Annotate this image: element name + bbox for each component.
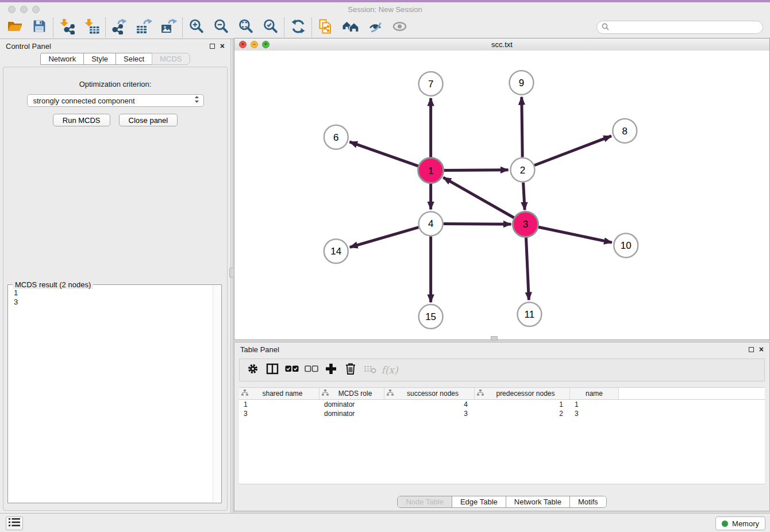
close-table-panel-icon[interactable]: ×	[759, 346, 764, 352]
export-network-button[interactable]	[107, 17, 132, 38]
graph-edge-1-6[interactable]	[349, 142, 419, 166]
close-panel-button[interactable]: Close panel	[119, 114, 178, 126]
deselect-all-button[interactable]	[303, 361, 320, 379]
criterion-dropdown[interactable]: strongly connected component	[27, 94, 204, 107]
graph-edge-1-2[interactable]	[444, 170, 509, 171]
graph-edge-3-1[interactable]	[443, 178, 514, 218]
tab-node-table[interactable]: Node Table	[398, 496, 452, 507]
maximize-view-icon[interactable]: +	[262, 41, 270, 48]
column-header-predecessor-nodes[interactable]: predecessor nodes	[475, 388, 570, 399]
task-history-button[interactable]	[6, 516, 23, 530]
graph-edge-4-14[interactable]	[350, 228, 419, 248]
zoom-fit-button[interactable]	[233, 17, 258, 38]
graph-edge-2-9[interactable]	[522, 97, 522, 157]
delete-column-icon	[364, 364, 376, 376]
column-header-name[interactable]: name	[570, 388, 619, 399]
export-table-button[interactable]	[132, 17, 156, 38]
zoom-fit-icon	[238, 18, 253, 36]
graph-edge-3-10[interactable]	[538, 227, 612, 242]
result-scrollbar[interactable]	[213, 286, 221, 502]
graph-node-9[interactable]: 9	[509, 71, 533, 95]
tab-network[interactable]: Network	[40, 53, 84, 65]
mcds-result-line: 1	[14, 288, 215, 298]
table-settings-button[interactable]	[244, 361, 261, 379]
select-all-button[interactable]	[283, 361, 301, 379]
open-file-button[interactable]	[2, 17, 27, 38]
memory-status-icon	[722, 521, 728, 527]
sort-icon	[241, 390, 248, 398]
apply-layout-button[interactable]	[286, 17, 310, 38]
search-input[interactable]	[612, 22, 758, 32]
cytoscape-window: { "colors": { "selected_node": "#f2146e"…	[0, 0, 770, 532]
status-bar: Memory	[0, 513, 770, 532]
plus-icon	[325, 363, 337, 377]
zoom-out-icon	[213, 18, 229, 36]
save-session-button[interactable]	[27, 17, 52, 38]
import-table-icon	[84, 18, 100, 37]
graph-node-10[interactable]: 10	[614, 233, 638, 257]
tab-style[interactable]: Style	[83, 53, 116, 65]
tab-network-table[interactable]: Network Table	[506, 496, 569, 507]
graph-edge-2-8[interactable]	[534, 136, 611, 165]
tab-edge-table[interactable]: Edge Table	[452, 496, 506, 507]
float-table-panel-icon[interactable]	[749, 347, 754, 352]
table-row[interactable]: 3 dominator 3 2 3	[239, 409, 765, 418]
cell-successor-nodes: 4	[384, 400, 475, 408]
run-mcds-button[interactable]: Run MCDS	[53, 114, 110, 126]
delete-column-button[interactable]	[361, 361, 379, 379]
unchecked-boxes-icon	[305, 365, 318, 375]
hide-details-button[interactable]	[363, 17, 387, 38]
zoom-in-button[interactable]	[184, 17, 209, 38]
show-details-button[interactable]	[387, 17, 412, 38]
minimize-view-icon[interactable]: −	[251, 41, 258, 48]
function-builder-button[interactable]: f(x)	[381, 361, 398, 379]
graph-node-14[interactable]: 14	[324, 239, 348, 263]
open-session-button[interactable]	[313, 17, 338, 38]
zoom-out-button[interactable]	[209, 17, 233, 38]
table-row[interactable]: 1 dominator 4 1 1	[239, 400, 765, 409]
show-columns-button[interactable]	[264, 361, 281, 379]
column-header-mcds-role[interactable]: MCDS role	[319, 388, 384, 399]
home-button[interactable]	[338, 17, 363, 38]
export-image-button[interactable]	[156, 17, 181, 38]
tab-select[interactable]: Select	[116, 53, 152, 65]
zoom-in-icon	[188, 18, 204, 36]
import-table-button[interactable]	[79, 17, 104, 38]
import-network-button[interactable]	[55, 17, 79, 38]
svg-text:9: 9	[519, 78, 524, 88]
network-canvas[interactable]: 7968124314101511	[234, 51, 769, 340]
close-view-icon[interactable]: ×	[239, 41, 247, 48]
zoom-selected-icon	[263, 18, 278, 36]
graph-edge-2-3[interactable]	[523, 183, 525, 210]
graph-node-2[interactable]: 2	[510, 158, 534, 182]
graph-node-3[interactable]: 3	[513, 211, 538, 237]
tab-motifs[interactable]: Motifs	[569, 496, 606, 507]
column-header-shared-name[interactable]: shared name	[239, 388, 319, 399]
graph-node-4[interactable]: 4	[419, 211, 443, 236]
graph-edge-4-3[interactable]	[444, 224, 511, 225]
graph-node-11[interactable]: 11	[517, 302, 541, 326]
mcds-result-box: MCDS result (2 nodes) 1 3	[7, 284, 222, 503]
tab-mcds[interactable]: MCDS	[152, 53, 190, 65]
view-resize-handle[interactable]	[491, 336, 498, 341]
graph-node-7[interactable]: 7	[419, 72, 443, 96]
graph-node-15[interactable]: 15	[419, 304, 443, 329]
graph-node-8[interactable]: 8	[613, 119, 637, 143]
graph-edge-3-11[interactable]	[526, 237, 529, 300]
table-panel-header: Table Panel ×	[234, 342, 769, 356]
zoom-selected-button[interactable]	[258, 17, 283, 38]
graph-node-1[interactable]: 1	[418, 158, 444, 183]
close-panel-icon[interactable]: ×	[220, 43, 225, 49]
column-header-successor-nodes[interactable]: successor nodes	[384, 388, 475, 399]
toolbar-separator	[53, 18, 53, 37]
memory-button[interactable]: Memory	[715, 516, 765, 530]
search-field[interactable]	[596, 21, 763, 34]
add-row-button[interactable]	[322, 361, 340, 379]
table-header-row: shared name MCDS role successor nodes pr…	[239, 387, 765, 400]
session-file-icon	[318, 18, 333, 37]
float-panel-icon[interactable]	[210, 44, 215, 49]
save-floppy-icon	[32, 19, 47, 36]
columns-icon	[266, 363, 279, 377]
graph-node-6[interactable]: 6	[324, 125, 348, 149]
delete-row-button[interactable]	[342, 361, 359, 379]
